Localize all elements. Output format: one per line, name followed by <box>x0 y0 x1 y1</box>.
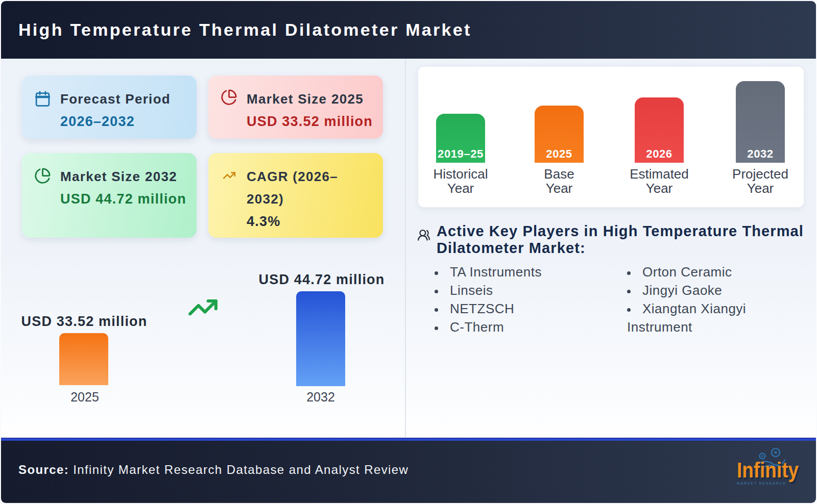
svg-text:Infinity: Infinity <box>737 458 799 482</box>
svg-text:MARKET RESEARCH: MARKET RESEARCH <box>737 481 786 486</box>
